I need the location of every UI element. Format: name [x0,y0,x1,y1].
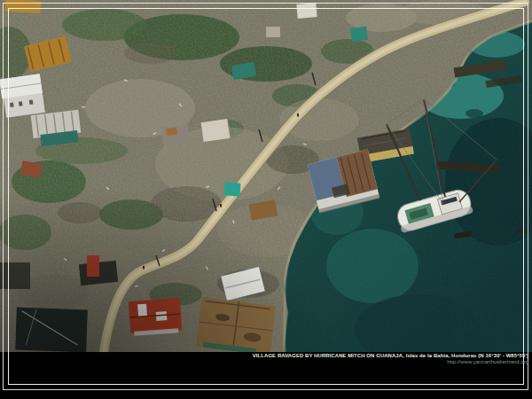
aerial-photo [0,0,532,352]
photo-caption: VILLAGE RAVAGED BY HURRICANE MITCH ON GU… [253,353,528,359]
postcard-wallpaper: VILLAGE RAVAGED BY HURRICANE MITCH ON GU… [0,0,532,399]
caption-block: VILLAGE RAVAGED BY HURRICANE MITCH ON GU… [253,353,528,365]
vignette [0,0,532,352]
caption-band: VILLAGE RAVAGED BY HURRICANE MITCH ON GU… [0,352,532,399]
photo-credit-url: http://www.yannarthusbertrand.org [253,359,528,365]
